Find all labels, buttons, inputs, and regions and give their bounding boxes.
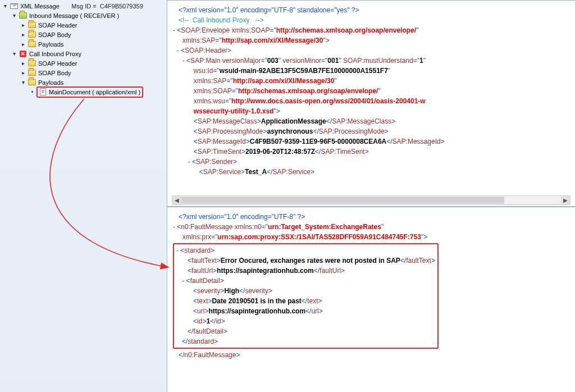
tree-inbound[interactable]: ▾ Inbound Message ( RECEIVER ) — [1, 11, 166, 20]
expand-icon[interactable]: ▸ — [20, 31, 26, 38]
horizontal-scrollbar[interactable]: ◀ ▶ — [172, 195, 571, 205]
xml-pane-fault[interactable]: <?xml version="1.0" encoding="UTF-8" ?> … — [167, 207, 575, 392]
envelope-icon — [10, 2, 19, 10]
fault-open: n0:FaultMessage — [181, 223, 232, 231]
expand-icon[interactable]: ▸ — [20, 70, 26, 76]
tree-inbound-label: Inbound Message ( RECEIVER ) — [29, 12, 119, 19]
scroll-right-icon[interactable]: ▶ — [561, 196, 570, 204]
msgid-value: C4F9B5079359 — [100, 3, 143, 10]
soap-envelope-open: SOAP:Envelope — [181, 26, 230, 34]
tree-call-inbound-proxy[interactable]: ▾ ✕ Call Inbound Proxy — [1, 49, 166, 58]
xml-comment: <!-- Call Inbound Proxy --> — [179, 16, 263, 24]
expand-icon[interactable]: ▸ — [20, 41, 26, 47]
folder-icon — [28, 31, 36, 39]
sap-main-open: SAP:Main — [190, 57, 220, 65]
collapse-icon[interactable]: ▾ — [20, 79, 26, 85]
tree-item-soap-body-2[interactable]: ▸ SOAP Body — [1, 68, 166, 78]
fault-highlight-box: - <standard> <faultText>Error Oocured, e… — [173, 243, 439, 349]
folder-icon — [28, 69, 36, 77]
folder-icon — [28, 40, 36, 48]
xml-pane-envelope[interactable]: <?xml version="1.0" encoding="UTF-8" sta… — [167, 1, 575, 207]
tree-item-soap-header[interactable]: ▸ SOAP Header — [1, 20, 166, 30]
folder-icon — [28, 21, 36, 29]
expand-icon[interactable]: ▸ — [20, 22, 26, 28]
tree-root[interactable]: ▾ XML Message Msg ID = C4F9B5079359 — [1, 1, 166, 11]
message-tree: ▾ XML Message Msg ID = C4F9B5079359 ▾ In… — [0, 0, 167, 392]
expand-icon[interactable]: ▸ — [20, 60, 26, 66]
soap-header-open: SOAP:Header — [185, 47, 227, 54]
xml-decl-2: <?xml version="1.0" encoding="UTF-8" ?> — [179, 213, 305, 221]
tree-root-label: XML Message — [20, 3, 60, 10]
tree-item-main-document[interactable]: • MainDocument ( application/xml ) — [1, 87, 166, 97]
collapse-icon[interactable]: ▾ — [11, 12, 17, 19]
xml-decl: <?xml version="1.0" encoding="UTF-8" sta… — [179, 6, 359, 14]
folder-icon — [28, 60, 36, 67]
folder-icon — [28, 79, 36, 86]
collapse-icon[interactable]: ▾ — [2, 3, 8, 9]
scroll-left-icon[interactable]: ◀ — [172, 196, 181, 204]
collapse-icon[interactable]: ▾ — [11, 51, 17, 57]
tree-item-soap-header-2[interactable]: ▸ SOAP Header — [1, 58, 166, 68]
tree-item-payloads[interactable]: ▸ Payloads — [1, 39, 166, 49]
document-icon — [38, 88, 47, 96]
tree-item-soap-body[interactable]: ▸ SOAP Body — [1, 30, 166, 39]
bullet-icon: • — [29, 89, 35, 95]
xml-content: <?xml version="1.0" encoding="UTF-8" sta… — [167, 0, 575, 392]
tree-item-payloads-2[interactable]: ▾ Payloads — [1, 78, 166, 87]
proxy-icon: ✕ — [19, 50, 28, 58]
folder-open-icon — [19, 12, 28, 20]
msgid-label: Msg ID = — [71, 3, 96, 10]
